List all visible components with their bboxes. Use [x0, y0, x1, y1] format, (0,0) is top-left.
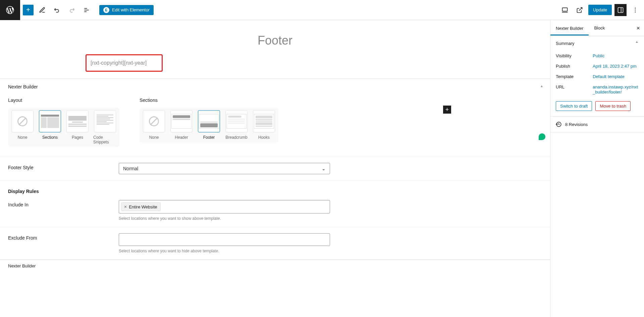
- add-block-button[interactable]: +: [23, 5, 34, 15]
- section-option-none[interactable]: None: [142, 110, 166, 140]
- switch-to-draft-button[interactable]: Switch to draft: [556, 101, 592, 111]
- revisions-link[interactable]: 8 Revisions: [550, 117, 644, 132]
- post-title[interactable]: Footer: [0, 34, 550, 48]
- close-sidebar-icon[interactable]: ×: [636, 25, 640, 32]
- update-button[interactable]: Update: [588, 5, 612, 15]
- svg-point-8: [635, 9, 636, 10]
- edit-mode-icon[interactable]: [36, 4, 48, 16]
- editor-canvas: Footer [nxt-copyright][nxt-year] +: [0, 20, 550, 78]
- publish-label: Publish: [556, 64, 593, 69]
- include-in-input[interactable]: × Entire Website: [119, 200, 330, 213]
- layout-option-code-snippets[interactable]: Code Snippets: [93, 110, 117, 144]
- tab-block[interactable]: Block: [589, 21, 610, 35]
- view-post-icon[interactable]: [574, 4, 586, 16]
- meta-collapse-icon[interactable]: ▲: [540, 84, 543, 88]
- wp-logo[interactable]: [0, 0, 20, 20]
- svg-point-7: [635, 7, 636, 8]
- layout-options: None Sections Pages Code Snippets: [8, 108, 119, 147]
- nexter-meta-panel: Nexter Builder ▲ Layout None Sections: [0, 78, 550, 272]
- layout-label: Layout: [8, 98, 119, 103]
- template-label: Template: [556, 74, 593, 79]
- settings-sidebar-toggle[interactable]: [614, 4, 627, 16]
- redo-icon[interactable]: [66, 4, 78, 16]
- url-value[interactable]: ananda.instawp.xyz/nxt_builder/footer/: [593, 84, 639, 94]
- footer-style-select[interactable]: Normal ⌄: [119, 163, 330, 174]
- visibility-label: Visibility: [556, 53, 593, 58]
- include-chip: × Entire Website: [121, 202, 161, 211]
- elementor-icon: E: [103, 7, 109, 13]
- move-to-trash-button[interactable]: Move to trash: [595, 101, 631, 111]
- layout-option-none[interactable]: None: [11, 110, 34, 144]
- history-icon: [556, 121, 562, 127]
- settings-sidebar: Nexter Builder Block × Summary ⌃ Visibil…: [550, 20, 644, 317]
- more-options-icon[interactable]: [629, 4, 641, 16]
- editor-area: Footer [nxt-copyright][nxt-year] + Nexte…: [0, 20, 550, 317]
- publish-value[interactable]: April 18, 2023 2:47 pm: [593, 64, 639, 69]
- exclude-help-text: Select locations where you want to hide …: [119, 249, 330, 253]
- summary-panel: Summary ⌃ Visibility Public Publish Apri…: [550, 36, 644, 117]
- section-options: None Header Footer Breadcrumb: [140, 108, 278, 142]
- edit-elementor-button[interactable]: E Edit with Elementor: [99, 5, 154, 15]
- section-option-footer[interactable]: Footer: [197, 110, 221, 140]
- svg-rect-5: [618, 7, 623, 12]
- visibility-value[interactable]: Public: [593, 53, 639, 58]
- edit-elementor-label: Edit with Elementor: [112, 7, 150, 12]
- preview-desktop-icon[interactable]: [559, 4, 571, 16]
- svg-rect-3: [562, 8, 568, 11]
- summary-toggle[interactable]: Summary ⌃: [550, 36, 644, 51]
- remove-chip-icon[interactable]: ×: [124, 204, 127, 209]
- sections-label: Sections: [140, 98, 278, 103]
- shortcode-block[interactable]: [nxt-copyright][nxt-year]: [86, 54, 163, 72]
- exclude-from-label: Exclude From: [8, 233, 119, 241]
- layout-option-pages[interactable]: Pages: [66, 110, 89, 144]
- chevron-down-icon: ⌄: [322, 166, 326, 171]
- section-option-header[interactable]: Header: [170, 110, 193, 140]
- include-help-text: Select locations where you want to show …: [119, 216, 330, 221]
- section-option-breadcrumb[interactable]: Breadcrumb: [225, 110, 248, 140]
- top-toolbar: + E Edit with Elementor Update: [0, 0, 644, 20]
- document-outline-icon[interactable]: [80, 4, 93, 16]
- undo-icon[interactable]: [51, 4, 63, 16]
- section-option-hooks[interactable]: Hooks: [252, 110, 276, 140]
- tab-nexter-builder[interactable]: Nexter Builder: [550, 21, 589, 36]
- chevron-up-icon: ⌃: [635, 41, 639, 46]
- svg-point-9: [635, 11, 636, 12]
- footer-style-label: Footer Style: [8, 163, 119, 170]
- url-label: URL: [556, 84, 593, 94]
- meta-panel-title: Nexter Builder: [0, 79, 550, 91]
- include-in-label: Include In: [8, 200, 119, 207]
- layout-option-sections[interactable]: Sections: [38, 110, 62, 144]
- display-rules-heading: Display Rules: [8, 187, 119, 194]
- exclude-from-input[interactable]: [119, 233, 330, 246]
- block-breadcrumb[interactable]: Nexter Builder: [0, 260, 550, 272]
- template-value[interactable]: Default template: [593, 74, 639, 79]
